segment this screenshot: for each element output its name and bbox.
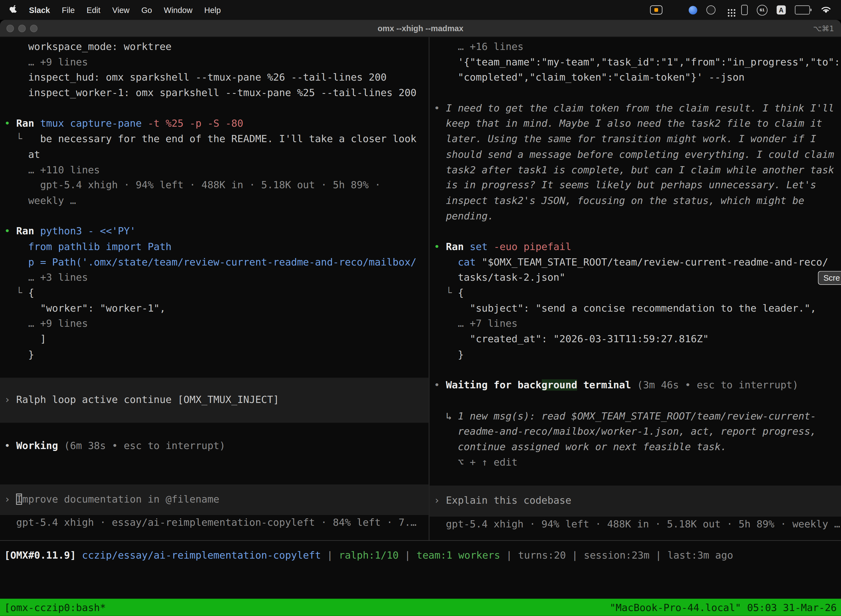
menu-item-view[interactable]: View <box>106 5 135 14</box>
text-segment: | turns:20 | session:23m | last:3m ago <box>500 550 733 561</box>
text-segment: … +16 lines <box>434 41 524 52</box>
text-segment: "worker": "worker-1", <box>4 302 166 314</box>
text-segment: Ralph loop active continue [OMX_TMUX_INJ… <box>16 394 279 405</box>
text-segment: • <box>434 241 446 252</box>
screen-recording-stop-icon[interactable] <box>650 5 662 14</box>
terminal-line: inspect task2's JSON, focusing on the st… <box>434 193 841 209</box>
terminal-line: p = Path('.omx/state/team/review-current… <box>4 255 429 270</box>
text-segment: be necessary for the end of the README. … <box>40 133 416 144</box>
terminal-line: workspace_mode: worktree <box>4 39 429 55</box>
terminal-line: └ { <box>4 285 429 301</box>
right-terminal-pane[interactable]: … +16 lines '{"team_name":"my-team","tas… <box>429 37 841 540</box>
text-segment: inspect_worker-1: omx sparkshell --tmux-… <box>4 87 417 98</box>
terminal-line: • Ran python3 - <<'PY' <box>4 224 429 239</box>
text-segment: I need to get the claim token from the c… <box>446 103 834 114</box>
text-segment: Ran <box>446 241 470 252</box>
menu-bar-left: Slack File Edit View Go Window Help <box>7 5 227 15</box>
terminal-line: at <box>4 147 429 162</box>
text-segment: inspect_hud: omx sparkshell --tmux-pane … <box>4 72 387 83</box>
terminal-line: • Ran tmux capture-pane -t %25 -p -S -80 <box>4 116 429 132</box>
text-segment: -t %25 -p -S -80 <box>148 118 243 129</box>
close-button[interactable] <box>6 24 14 32</box>
terminal-line <box>4 422 429 438</box>
prompt-suggestion-row[interactable]: › Explain this codebase <box>429 485 841 516</box>
menu-item-file[interactable]: File <box>56 5 81 14</box>
window-title: omx --xhigh --madmax <box>378 24 463 33</box>
text-segment: • <box>4 440 16 451</box>
left-terminal-pane[interactable]: workspace_mode: worktree … +9 lines insp… <box>0 37 429 540</box>
menu-item-help[interactable]: Help <box>198 5 227 14</box>
text-segment: "subject": "send a concise recommendatio… <box>434 302 816 314</box>
text-segment: "completed","claim_token":"claim-token"}… <box>434 72 745 83</box>
menu-item-edit[interactable]: Edit <box>81 5 106 14</box>
text-segment: team:1 workers <box>417 550 500 561</box>
input-source-icon[interactable]: A <box>777 5 786 14</box>
prompt-input-row[interactable]: › Improve documentation in @filename <box>0 484 428 515</box>
text-segment: • <box>4 226 16 237</box>
text-segment: at <box>4 148 40 160</box>
text-segment: should send a message before completing … <box>434 148 834 160</box>
terminal-window: omx --xhigh --madmax ⌥⌘1 workspace_mode:… <box>0 20 841 616</box>
app-grid-icon[interactable] <box>725 6 732 13</box>
menu-item-slack[interactable]: Slack <box>23 5 56 14</box>
text-segment: { <box>458 287 464 298</box>
terminal-line: weekly … <box>4 193 429 209</box>
text-segment: cat <box>434 256 482 267</box>
text-segment: … +3 lines <box>4 271 88 283</box>
text-segment: { <box>28 287 34 298</box>
compass-icon[interactable] <box>689 6 697 14</box>
terminal-line: ] <box>4 331 429 347</box>
zoom-button[interactable] <box>30 24 38 32</box>
battery-badge-icon[interactable]: 61 <box>757 5 768 15</box>
wifi-icon[interactable] <box>820 6 831 14</box>
menu-bar-status-icons: 61 A <box>650 5 834 15</box>
text-segment: └ <box>434 287 458 298</box>
grid-icon[interactable] <box>672 6 680 14</box>
text-segment: • <box>434 103 446 114</box>
terminal-line: • Ran set -euo pipefail <box>434 239 841 255</box>
window-shortcut-hint: ⌥⌘1 <box>813 24 834 32</box>
screen-edge-tooltip: Scre <box>818 271 841 285</box>
device-icon[interactable] <box>741 5 747 15</box>
terminal-empty-area <box>0 570 841 599</box>
battery-icon[interactable] <box>795 5 812 14</box>
terminal-line <box>434 224 841 239</box>
text-segment: (3m 46s • esc to interrupt) <box>637 380 799 391</box>
ralph-loop-row[interactable]: › Ralph loop active continue [OMX_TMUX_I… <box>0 378 428 423</box>
text-segment: tmux capture-pane <box>40 118 148 129</box>
text-segment: cczip/essay/ai-reimplementation-copyleft <box>82 550 321 561</box>
text-segment: later. Using the same for transition mig… <box>434 133 816 144</box>
text-segment: … +7 lines <box>434 318 518 329</box>
text-segment: terminal <box>577 380 637 391</box>
terminal-line: "worker": "worker-1", <box>4 301 429 316</box>
text-segment: pending. <box>434 210 494 221</box>
tmux-session-label: [omx-cczip0:bash* <box>4 602 106 613</box>
tmux-panes: workspace_mode: worktree … +9 lines insp… <box>0 37 841 540</box>
minimize-button[interactable] <box>18 24 26 32</box>
terminal-line: '{"team_name":"my-team","task_id":"1","f… <box>434 55 841 70</box>
tmux-host-clock-label: "MacBook-Pro-44.local" 05:03 31-Mar-26 <box>610 602 837 613</box>
terminal-line: • Working (6m 38s • esc to interrupt) <box>4 438 429 453</box>
menu-item-window[interactable]: Window <box>158 5 198 14</box>
apple-menu[interactable] <box>7 5 23 15</box>
text-segment: '{"team_name":"my-team","task_id":"1","f… <box>434 56 840 67</box>
terminal-line: } <box>4 347 429 362</box>
window-title-bar[interactable]: omx --xhigh --madmax ⌥⌘1 <box>0 20 841 37</box>
menu-bar: Slack File Edit View Go Window Help 61 A <box>0 0 841 20</box>
traffic-lights <box>6 20 38 37</box>
text-segment: I <box>16 493 22 505</box>
terminal-line: should send a message before completing … <box>434 147 841 162</box>
text-segment: is in progress? It seems likely but perh… <box>434 179 816 191</box>
terminal-line: continue assigned work or next feasible … <box>434 439 841 455</box>
menu-item-go[interactable]: Go <box>135 5 158 14</box>
terminal-line: … +16 lines <box>434 39 841 55</box>
terminal-line: readme-and-reco/mailbox/worker-1.json, a… <box>434 424 841 439</box>
text-segment: gpt-5.4 xhigh · essay/ai-reimplementatio… <box>4 517 417 528</box>
terminal-line: • I need to get the claim token from the… <box>434 101 841 116</box>
circle-app-icon[interactable] <box>706 5 715 14</box>
text-segment: (6m 38s • esc to interrupt) <box>64 440 226 451</box>
text-segment: "created_at": "2026-03-31T11:59:27.816Z" <box>434 333 709 345</box>
text-segment: readme-and-reco/mailbox/worker-1.json, a… <box>434 425 816 437</box>
text-segment: › <box>4 394 16 405</box>
terminal-line <box>4 101 429 116</box>
